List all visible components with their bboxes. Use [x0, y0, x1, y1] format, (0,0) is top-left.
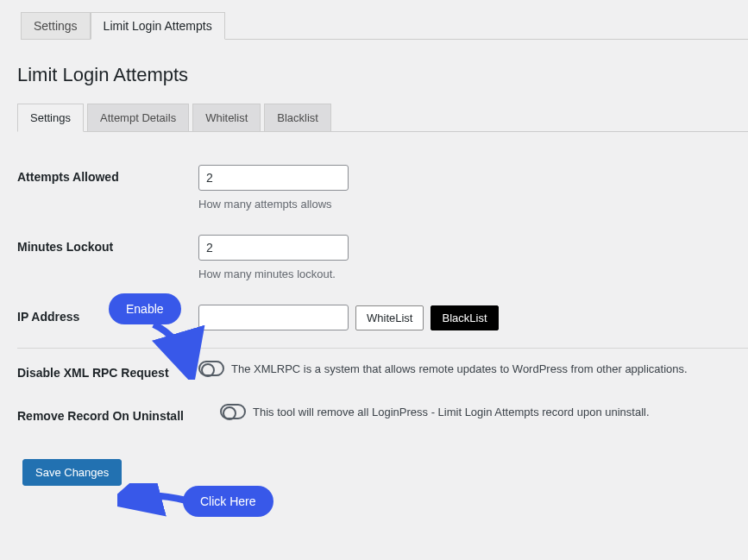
- attempts-input[interactable]: [198, 165, 349, 191]
- page-title: Limit Login Attempts: [17, 64, 748, 86]
- save-button[interactable]: Save Changes: [22, 459, 122, 486]
- attempts-label: Attempts Allowed: [17, 165, 198, 184]
- row-ip-address: IP Address WhiteList BlackList: [17, 293, 748, 349]
- tab-settings-top[interactable]: Settings: [21, 12, 91, 39]
- row-minutes-lockout: Minutes Lockout How many minutes lockout…: [17, 223, 748, 293]
- ip-input[interactable]: [198, 305, 349, 330]
- minutes-desc: How many minutes lockout.: [198, 267, 748, 280]
- attempts-desc: How many attempts allows: [198, 198, 748, 211]
- ip-label: IP Address: [17, 305, 198, 324]
- tab-settings[interactable]: Settings: [17, 104, 84, 132]
- callout-click-here: Click Here: [183, 486, 273, 517]
- arrow-click-icon: [117, 483, 195, 518]
- xmlrpc-toggle[interactable]: [198, 361, 224, 376]
- remove-label: Remove Record On Uninstall: [17, 404, 220, 423]
- xmlrpc-desc: The XMLRPC is a system that allows remot…: [231, 362, 688, 375]
- tab-whitelist[interactable]: Whitelist: [192, 104, 261, 131]
- row-disable-xmlrpc: Disable XML RPC Request The XMLRPC is a …: [17, 349, 748, 392]
- tab-limit-login[interactable]: Limit Login Attempts: [91, 12, 225, 40]
- remove-desc: This tool will remove all LoginPress - L…: [253, 406, 650, 418]
- row-attempts-allowed: Attempts Allowed How many attempts allow…: [17, 153, 748, 223]
- settings-form: Attempts Allowed How many attempts allow…: [17, 153, 748, 435]
- minutes-input[interactable]: [198, 235, 349, 261]
- top-tab-bar: Settings Limit Login Attempts: [21, 12, 748, 40]
- minutes-label: Minutes Lockout: [17, 235, 198, 254]
- tab-blacklist[interactable]: Blacklist: [264, 104, 331, 131]
- remove-toggle[interactable]: [220, 404, 246, 419]
- blacklist-button[interactable]: BlackList: [431, 305, 498, 330]
- row-remove-record: Remove Record On Uninstall This tool wil…: [17, 392, 748, 435]
- whitelist-button[interactable]: WhiteList: [355, 305, 424, 330]
- sub-tab-bar: Settings Attempt Details Whitelist Black…: [17, 104, 748, 132]
- tab-attempt-details[interactable]: Attempt Details: [87, 104, 189, 131]
- xmlrpc-label: Disable XML RPC Request: [17, 361, 198, 380]
